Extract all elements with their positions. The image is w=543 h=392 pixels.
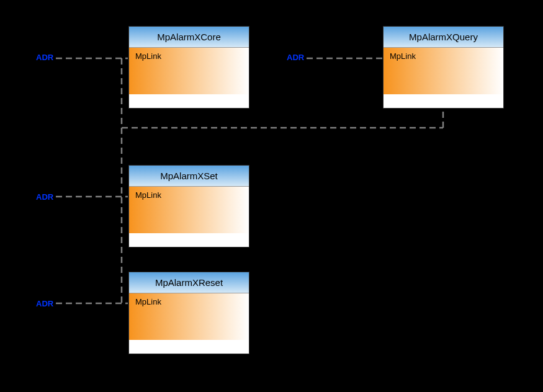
block-query-footer [384, 94, 503, 108]
block-core-title: MpAlarmXCore [129, 27, 249, 48]
block-set: MpAlarmXSet MpLink [128, 165, 249, 247]
block-query-body: MpLink [384, 48, 503, 94]
adr-label-set: ADR [36, 192, 53, 202]
block-core-body: MpLink [129, 48, 249, 94]
block-core-param: MpLink [135, 51, 161, 61]
block-set-footer [129, 233, 249, 247]
adr-label-query: ADR [287, 53, 304, 62]
block-core: MpAlarmXCore MpLink [128, 26, 249, 109]
adr-label-core: ADR [36, 53, 53, 62]
block-query-param: MpLink [390, 51, 416, 61]
adr-label-reset: ADR [36, 299, 53, 308]
block-set-param: MpLink [135, 190, 161, 200]
block-set-body: MpLink [129, 187, 249, 233]
block-reset-footer [129, 340, 249, 354]
block-reset-body: MpLink [129, 293, 249, 340]
block-reset-title: MpAlarmXReset [129, 272, 249, 293]
block-core-footer [129, 94, 249, 108]
block-query: MpAlarmXQuery MpLink [383, 26, 504, 109]
block-set-title: MpAlarmXSet [129, 166, 249, 187]
block-reset: MpAlarmXReset MpLink [128, 272, 249, 354]
block-reset-param: MpLink [135, 297, 161, 306]
block-query-title: MpAlarmXQuery [384, 27, 503, 48]
